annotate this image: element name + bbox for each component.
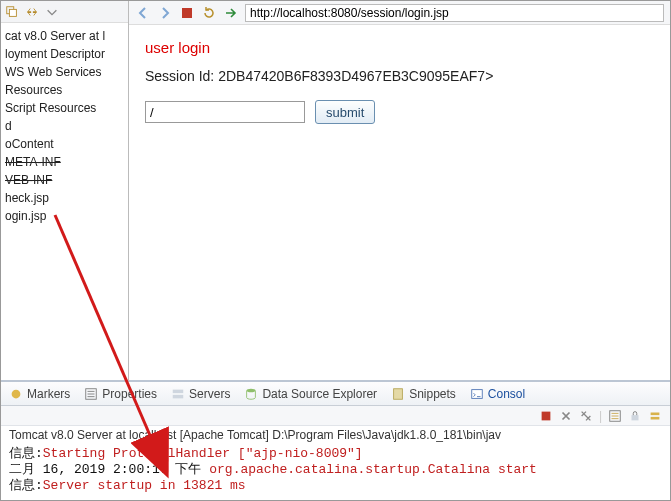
svg-rect-8 — [394, 388, 403, 399]
browser-url-bar — [129, 1, 670, 25]
svg-rect-13 — [651, 412, 660, 415]
tab-data-source-explorer[interactable]: Data Source Explorer — [244, 387, 377, 401]
snippets-icon — [391, 387, 405, 401]
login-text-input[interactable] — [145, 101, 305, 123]
svg-rect-5 — [173, 389, 184, 393]
browser-viewport: user login Session Id: 2DB47420B6F8393D4… — [129, 25, 670, 380]
tab-label: Snippets — [409, 387, 456, 401]
console-line: 二月 16, 2019 2:00:17 下午 org.apache.catali… — [9, 462, 662, 478]
project-explorer-sidebar: cat v8.0 Server at l loyment Descriptor … — [1, 1, 129, 380]
tab-label: Markers — [27, 387, 70, 401]
markers-icon — [9, 387, 23, 401]
view-tab-bar: Markers Properties Servers Data Source E… — [1, 382, 670, 406]
tab-snippets[interactable]: Snippets — [391, 387, 456, 401]
console-toolbar: | — [1, 406, 670, 426]
tree-item[interactable]: WS Web Services — [3, 63, 126, 81]
tab-servers[interactable]: Servers — [171, 387, 230, 401]
submit-button[interactable]: submit — [315, 100, 375, 124]
tab-properties[interactable]: Properties — [84, 387, 157, 401]
tree-item[interactable]: d — [3, 117, 126, 135]
remove-all-icon[interactable] — [579, 409, 593, 423]
properties-icon — [84, 387, 98, 401]
tree-item[interactable]: loyment Descriptor — [3, 45, 126, 63]
link-editor-icon[interactable] — [25, 5, 39, 19]
project-tree[interactable]: cat v8.0 Server at l loyment Descriptor … — [1, 23, 128, 229]
svg-point-7 — [247, 388, 256, 392]
page-heading: user login — [145, 39, 654, 56]
svg-rect-1 — [9, 9, 16, 16]
address-input[interactable] — [245, 4, 664, 22]
console-title: Tomcat v8.0 Server at localhost [Apache … — [1, 426, 670, 444]
tree-item[interactable]: heck.jsp — [3, 189, 126, 207]
scroll-lock-icon[interactable] — [628, 409, 642, 423]
clear-console-icon[interactable] — [608, 409, 622, 423]
svg-rect-2 — [182, 8, 192, 18]
terminate-icon[interactable] — [539, 409, 553, 423]
nav-back-icon[interactable] — [135, 5, 151, 21]
svg-rect-10 — [542, 411, 551, 420]
bottom-panel: Markers Properties Servers Data Source E… — [1, 380, 670, 500]
collapse-all-icon[interactable] — [5, 5, 19, 19]
database-icon — [244, 387, 258, 401]
svg-point-3 — [12, 389, 21, 398]
sidebar-toolbar — [1, 1, 128, 23]
tab-label: Properties — [102, 387, 157, 401]
svg-rect-6 — [173, 394, 184, 398]
view-menu-icon[interactable] — [45, 5, 59, 19]
remove-launch-icon[interactable] — [559, 409, 573, 423]
tree-item[interactable]: VEB-INF — [3, 171, 126, 189]
svg-rect-14 — [651, 416, 660, 419]
nav-refresh-icon[interactable] — [201, 5, 217, 21]
console-icon — [470, 387, 484, 401]
tree-item[interactable]: Resources — [3, 81, 126, 99]
tab-label: Data Source Explorer — [262, 387, 377, 401]
session-id-value: 2DB47420B6F8393D4967EB3C9095EAF7> — [218, 68, 493, 84]
session-id-label: Session Id: — [145, 68, 214, 84]
console-line: 信息:Server startup in 13821 ms — [9, 478, 662, 494]
nav-go-icon[interactable] — [223, 5, 239, 21]
console-output: 信息:Starting ProtocolHandler ["ajp-nio-80… — [1, 444, 670, 500]
tab-label: Consol — [488, 387, 525, 401]
tab-markers[interactable]: Markers — [9, 387, 70, 401]
servers-icon — [171, 387, 185, 401]
tab-label: Servers — [189, 387, 230, 401]
tree-item[interactable]: cat v8.0 Server at l — [3, 27, 126, 45]
tree-item[interactable]: Script Resources — [3, 99, 126, 117]
nav-stop-icon[interactable] — [179, 5, 195, 21]
tab-console[interactable]: Consol — [470, 387, 525, 401]
tree-item[interactable]: ogin.jsp — [3, 207, 126, 225]
svg-rect-12 — [632, 415, 639, 420]
console-line: 信息:Starting ProtocolHandler ["ajp-nio-80… — [9, 446, 662, 462]
browser-editor: user login Session Id: 2DB47420B6F8393D4… — [129, 1, 670, 380]
tree-item[interactable]: META-INF — [3, 153, 126, 171]
pin-console-icon[interactable] — [648, 409, 662, 423]
session-id-line: Session Id: 2DB47420B6F8393D4967EB3C9095… — [145, 68, 654, 84]
nav-forward-icon[interactable] — [157, 5, 173, 21]
tree-item[interactable]: oContent — [3, 135, 126, 153]
